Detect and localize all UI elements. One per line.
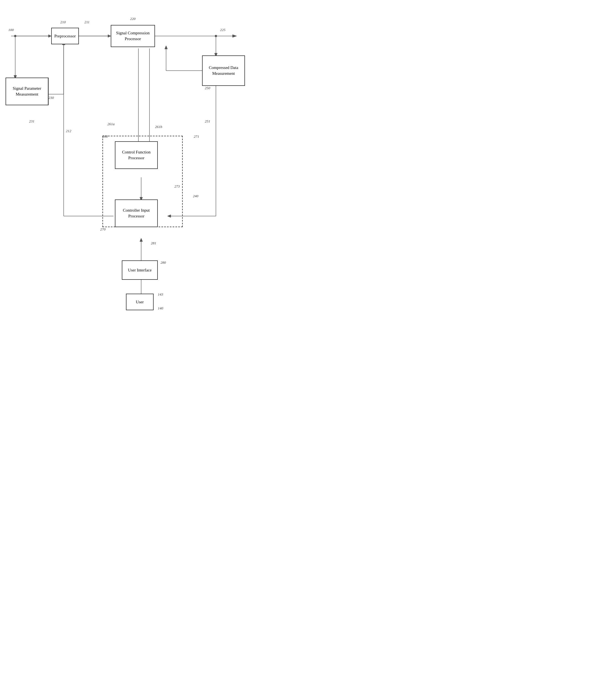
user-interface-label: User Interface bbox=[128, 267, 151, 273]
signal-parameter-label: Signal Parameter Measurement bbox=[8, 85, 46, 97]
label-140: 140 bbox=[158, 306, 163, 310]
label-143: 143 bbox=[158, 292, 163, 297]
label-212: 212 bbox=[66, 129, 72, 133]
diagram: Preprocessor Signal Compression Processo… bbox=[0, 0, 300, 350]
user-interface-box: User Interface bbox=[122, 260, 158, 280]
junction-dot-225 bbox=[215, 35, 217, 37]
label-240: 240 bbox=[193, 194, 199, 198]
label-281: 281 bbox=[151, 241, 156, 245]
compressed-data-label: Compressed Data Measurement bbox=[204, 65, 243, 76]
compressed-data-box: Compressed Data Measurement bbox=[202, 55, 245, 86]
label-230: 230 bbox=[48, 96, 54, 100]
label-231: 231 bbox=[29, 119, 34, 124]
label-251: 251 bbox=[205, 119, 210, 124]
preprocessor-label: Preprocessor bbox=[54, 33, 76, 39]
label-270: 270 bbox=[100, 227, 106, 231]
signal-parameter-box: Signal Parameter Measurement bbox=[5, 78, 48, 105]
controller-input-box: Controller Input Processor bbox=[115, 199, 158, 227]
label-273: 273 bbox=[174, 184, 180, 189]
label-225: 225 bbox=[220, 28, 226, 32]
user-label: User bbox=[136, 299, 144, 305]
label-210: 210 bbox=[60, 20, 66, 24]
label-261a: 261a bbox=[107, 122, 114, 126]
svg-marker-6 bbox=[233, 34, 237, 38]
label-220: 220 bbox=[130, 17, 136, 21]
label-261b: 261b bbox=[155, 125, 162, 129]
svg-marker-27 bbox=[140, 238, 142, 242]
controller-input-label: Controller Input Processor bbox=[117, 207, 156, 219]
label-100: 100 bbox=[8, 28, 14, 32]
signal-compression-label: Signal Compression Processor bbox=[113, 30, 153, 42]
control-function-box: Control Function Processor bbox=[115, 141, 158, 169]
user-box: User bbox=[126, 294, 154, 310]
signal-compression-box: Signal Compression Processor bbox=[111, 25, 155, 47]
label-260: 260 bbox=[102, 134, 108, 139]
control-function-label: Control Function Processor bbox=[117, 149, 156, 161]
svg-marker-32 bbox=[165, 46, 167, 49]
label-250: 250 bbox=[205, 86, 210, 90]
label-271: 271 bbox=[194, 134, 199, 139]
preprocessor-box: Preprocessor bbox=[51, 28, 79, 44]
junction-dot-100 bbox=[14, 35, 16, 37]
label-280: 280 bbox=[160, 260, 166, 265]
label-211: 211 bbox=[84, 20, 90, 24]
